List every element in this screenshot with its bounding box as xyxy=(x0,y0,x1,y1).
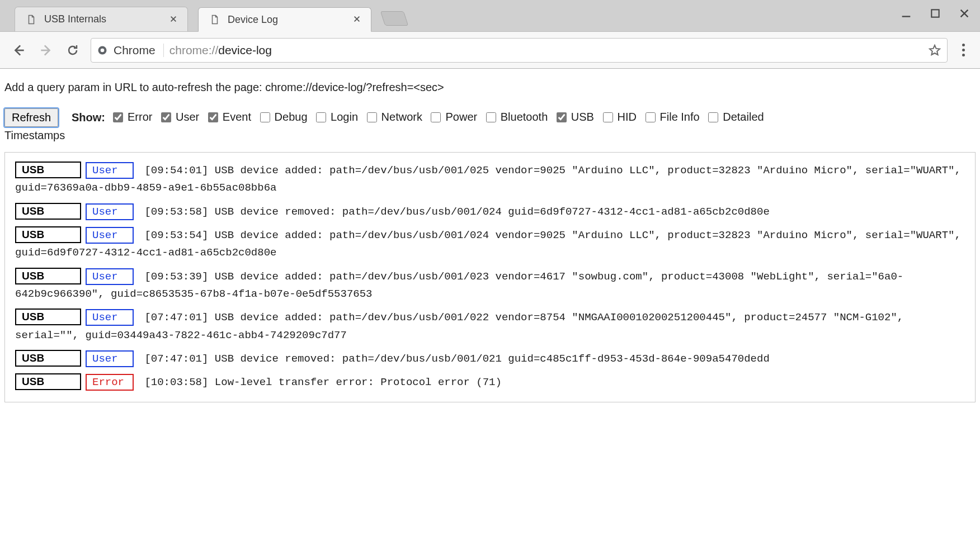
filter-error[interactable]: Error xyxy=(111,111,152,124)
log-type-badge: USB xyxy=(15,350,81,367)
log-entry: USBUser [09:54:01] USB device added: pat… xyxy=(15,162,965,197)
filter-label: Login xyxy=(331,111,358,124)
filter-checkbox-login[interactable] xyxy=(316,112,326,122)
log-level-badge: User xyxy=(86,203,134,220)
filter-label: Error xyxy=(128,111,152,124)
svg-rect-5 xyxy=(931,10,939,17)
log-entry: USBUser [07:47:01] USB device removed: p… xyxy=(15,350,965,368)
file-icon xyxy=(210,13,220,26)
log-timestamp: [07:47:01] xyxy=(138,311,215,324)
filter-checkbox-power[interactable] xyxy=(431,112,441,122)
window-minimize-button[interactable] xyxy=(899,7,913,20)
log-message: USB device removed: path=/dev/bus/usb/00… xyxy=(215,353,770,365)
log-type-badge: USB xyxy=(15,162,81,178)
filter-label: Debug xyxy=(275,111,308,124)
log-level-badge: User xyxy=(86,350,134,367)
log-level-badge: User xyxy=(86,309,134,326)
browser-menu-button[interactable] xyxy=(957,44,970,56)
filter-checkbox-bluetooth[interactable] xyxy=(486,112,496,122)
window-maximize-button[interactable] xyxy=(929,7,942,20)
log-timestamp: [07:47:01] xyxy=(138,353,215,365)
tab-title: Device Log xyxy=(228,14,348,26)
log-entry: USBUser [09:53:39] USB device added: pat… xyxy=(15,268,965,303)
log-entry: USBUser [07:47:01] USB device added: pat… xyxy=(15,309,965,344)
tab-close-icon[interactable] xyxy=(353,15,362,24)
filter-label: Bluetooth xyxy=(501,111,548,124)
log-level-badge: User xyxy=(86,227,134,244)
log-type-badge: USB xyxy=(15,268,81,284)
window-close-button[interactable] xyxy=(958,7,971,20)
filter-network[interactable]: Network xyxy=(365,111,422,124)
filter-usb[interactable]: USB xyxy=(554,111,594,124)
tab-title: USB Internals xyxy=(44,13,165,25)
tab-device-log[interactable]: Device Log xyxy=(198,7,371,32)
filter-file-info[interactable]: File Info xyxy=(643,111,700,124)
svg-point-11 xyxy=(101,48,105,52)
back-button[interactable] xyxy=(10,41,28,59)
filter-user[interactable]: User xyxy=(159,111,199,124)
filter-checkbox-error[interactable] xyxy=(113,112,123,122)
log-type-badge: USB xyxy=(15,373,81,390)
filter-checkbox-hid[interactable] xyxy=(603,112,613,122)
filter-label: USB xyxy=(571,111,594,124)
page-content: Add a query param in URL to auto-refresh… xyxy=(0,69,980,414)
forward-button[interactable] xyxy=(37,41,55,59)
tab-strip: USB InternalsDevice Log xyxy=(0,0,980,31)
filter-checkbox-network[interactable] xyxy=(367,112,377,122)
filter-checkbox-usb[interactable] xyxy=(557,112,567,122)
filter-label: Power xyxy=(445,111,477,124)
filter-checkbox-debug[interactable] xyxy=(260,112,270,122)
log-container: USBUser [09:54:01] USB device added: pat… xyxy=(4,152,976,402)
filter-checkbox-user[interactable] xyxy=(161,112,171,122)
omnibox[interactable]: Chrome chrome://device-log xyxy=(91,38,948,63)
log-timestamp: [09:54:01] xyxy=(138,164,215,177)
log-message: USB device removed: path=/dev/bus/usb/00… xyxy=(215,206,770,218)
filter-detailed[interactable]: Detailed xyxy=(706,111,764,124)
log-entry: USBError [10:03:58] Low-level transfer e… xyxy=(15,373,965,391)
filter-label: Network xyxy=(381,111,422,124)
log-timestamp: [10:03:58] xyxy=(138,376,215,388)
log-message: Low-level transfer error: Protocol error… xyxy=(215,376,502,388)
filter-label: User xyxy=(176,111,199,124)
reload-button[interactable] xyxy=(64,41,82,59)
log-level-badge: User xyxy=(86,162,134,179)
filter-debug[interactable]: Debug xyxy=(258,111,308,124)
site-chip: Chrome xyxy=(97,44,164,57)
filter-label: HID xyxy=(618,111,637,124)
filter-event[interactable]: Event xyxy=(206,111,251,124)
filter-hid[interactable]: HID xyxy=(601,111,637,124)
filter-checkbox-detailed[interactable] xyxy=(708,112,718,122)
site-chip-label: Chrome xyxy=(114,44,156,57)
log-type-badge: USB xyxy=(15,203,81,220)
filter-login[interactable]: Login xyxy=(314,111,358,124)
bookmark-star-icon[interactable] xyxy=(928,44,941,57)
filter-bluetooth[interactable]: Bluetooth xyxy=(484,111,548,124)
log-timestamp: [09:53:39] xyxy=(138,270,215,283)
tab-close-icon[interactable] xyxy=(169,15,178,24)
log-level-badge: Error xyxy=(86,374,134,391)
filter-label: Detailed xyxy=(723,111,764,124)
log-entry: USBUser [09:53:58] USB device removed: p… xyxy=(15,203,965,221)
chrome-icon xyxy=(97,45,108,56)
log-timestamp: [09:53:58] xyxy=(138,206,215,218)
file-icon xyxy=(26,13,36,26)
filter-checkbox-event[interactable] xyxy=(208,112,218,122)
tab-usb-internals[interactable]: USB Internals xyxy=(15,7,188,31)
filter-label: Event xyxy=(223,111,251,124)
filter-checkbox-file-info[interactable] xyxy=(646,112,656,122)
window-controls xyxy=(899,7,971,20)
log-timestamp: [09:53:54] xyxy=(138,229,215,241)
toolbar: Chrome chrome://device-log xyxy=(0,31,980,68)
log-type-badge: USB xyxy=(15,226,81,243)
log-entry: USBUser [09:53:54] USB device added: pat… xyxy=(15,226,965,262)
new-tab-button[interactable] xyxy=(380,11,408,26)
filter-power[interactable]: Power xyxy=(428,111,477,124)
show-label: Show: xyxy=(72,111,105,124)
log-type-badge: USB xyxy=(15,309,81,325)
refresh-hint: Add a query param in URL to auto-refresh… xyxy=(4,81,976,94)
timestamps-label: Timestamps xyxy=(4,129,976,142)
filter-label: File Info xyxy=(660,111,700,124)
log-level-badge: User xyxy=(86,268,134,285)
url-text: chrome://device-log xyxy=(169,44,272,57)
refresh-button[interactable]: Refresh xyxy=(4,108,58,127)
